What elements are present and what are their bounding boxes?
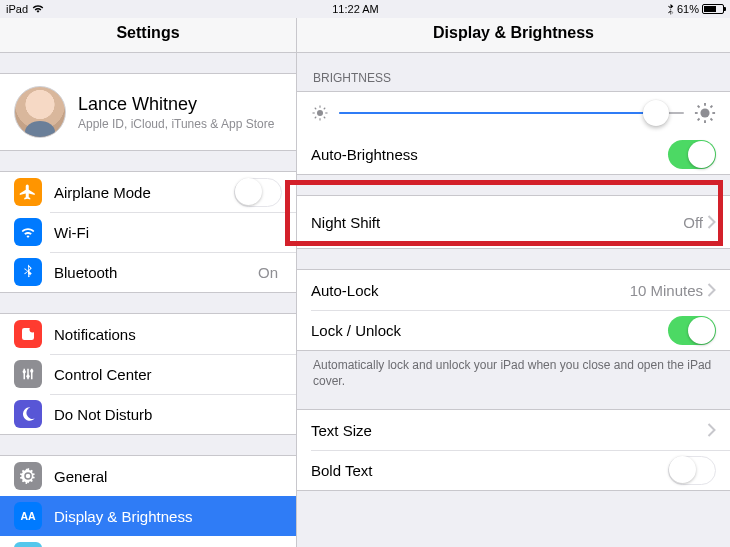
display-label: Display & Brightness xyxy=(54,508,282,525)
auto-lock-cell[interactable]: Auto-Lock 10 Minutes xyxy=(297,270,730,310)
airplane-label: Airplane Mode xyxy=(54,184,234,201)
general-label: General xyxy=(54,468,282,485)
device-label: iPad xyxy=(6,3,28,15)
svg-point-3 xyxy=(26,375,29,378)
bold-text-cell[interactable]: Bold Text xyxy=(297,450,730,490)
general-icon xyxy=(14,462,42,490)
battery-icon xyxy=(702,4,724,14)
bluetooth-label: Bluetooth xyxy=(54,264,258,281)
night-shift-label: Night Shift xyxy=(311,214,683,231)
brightness-slider-row xyxy=(297,92,730,134)
svg-point-5 xyxy=(26,474,31,479)
status-bar: iPad 11:22 AM 61% xyxy=(0,0,730,18)
lock-unlock-toggle[interactable] xyxy=(668,316,716,345)
svg-line-16 xyxy=(315,117,317,119)
sidebar-item-display-brightness[interactable]: AA Display & Brightness xyxy=(0,496,296,536)
sidebar-item-wifi[interactable]: Wi-Fi xyxy=(0,212,296,252)
text-size-cell[interactable]: Text Size xyxy=(297,410,730,450)
svg-point-18 xyxy=(700,108,709,117)
airplane-icon xyxy=(14,178,42,206)
detail-title: Display & Brightness xyxy=(297,18,730,53)
chevron-right-icon xyxy=(707,423,716,437)
auto-lock-label: Auto-Lock xyxy=(311,282,630,299)
apple-id-cell[interactable]: Lance Whitney Apple ID, iCloud, iTunes &… xyxy=(0,73,296,151)
wifi-label: Wi-Fi xyxy=(54,224,282,241)
auto-brightness-toggle[interactable] xyxy=(668,140,716,169)
lock-unlock-cell[interactable]: Lock / Unlock xyxy=(297,310,730,350)
svg-line-26 xyxy=(711,106,713,108)
sidebar-item-notifications[interactable]: Notifications xyxy=(0,314,296,354)
auto-brightness-label: Auto-Brightness xyxy=(311,146,668,163)
bluetooth-icon xyxy=(14,258,42,286)
svg-line-24 xyxy=(711,119,713,121)
chevron-right-icon xyxy=(707,215,716,229)
night-shift-detail: Off xyxy=(683,214,703,231)
svg-line-23 xyxy=(698,106,700,108)
notifications-icon xyxy=(14,320,42,348)
profile-sub: Apple ID, iCloud, iTunes & App Store xyxy=(78,117,274,131)
lock-footer: Automatically lock and unlock your iPad … xyxy=(297,351,730,395)
svg-line-17 xyxy=(324,108,326,110)
svg-line-15 xyxy=(324,117,326,119)
svg-point-2 xyxy=(23,370,26,373)
text-size-label: Text Size xyxy=(311,422,707,439)
auto-brightness-cell[interactable]: Auto-Brightness xyxy=(297,134,730,174)
clock: 11:22 AM xyxy=(44,3,667,15)
night-shift-cell[interactable]: Night Shift Off xyxy=(297,196,730,248)
brightness-header: BRIGHTNESS xyxy=(297,53,730,91)
svg-line-25 xyxy=(698,119,700,121)
dnd-icon xyxy=(14,400,42,428)
airplane-toggle[interactable] xyxy=(234,178,282,207)
settings-title: Settings xyxy=(0,18,296,53)
sidebar-item-general[interactable]: General xyxy=(0,456,296,496)
battery-percent: 61% xyxy=(677,3,699,15)
sidebar-item-dnd[interactable]: Do Not Disturb xyxy=(0,394,296,434)
control-center-icon xyxy=(14,360,42,388)
sidebar-item-wallpaper[interactable]: Wallpaper xyxy=(0,536,296,547)
sun-small-icon xyxy=(311,104,329,122)
svg-text:AA: AA xyxy=(20,510,36,522)
bold-text-label: Bold Text xyxy=(311,462,668,479)
bluetooth-status-icon xyxy=(667,4,674,15)
sun-large-icon xyxy=(694,102,716,124)
sidebar-item-bluetooth[interactable]: Bluetooth On xyxy=(0,252,296,292)
svg-line-14 xyxy=(315,108,317,110)
sidebar-item-control-center[interactable]: Control Center xyxy=(0,354,296,394)
wallpaper-icon xyxy=(14,542,42,547)
control-center-label: Control Center xyxy=(54,366,282,383)
chevron-right-icon xyxy=(707,283,716,297)
notifications-label: Notifications xyxy=(54,326,282,343)
sidebar-item-airplane[interactable]: Airplane Mode xyxy=(0,172,296,212)
dnd-label: Do Not Disturb xyxy=(54,406,282,423)
lock-unlock-label: Lock / Unlock xyxy=(311,322,668,339)
avatar xyxy=(14,86,66,138)
svg-point-4 xyxy=(30,369,33,372)
wifi-icon xyxy=(14,218,42,246)
bold-text-toggle[interactable] xyxy=(668,456,716,485)
bluetooth-detail: On xyxy=(258,264,278,281)
profile-name: Lance Whitney xyxy=(78,94,274,115)
auto-lock-detail: 10 Minutes xyxy=(630,282,703,299)
svg-point-9 xyxy=(317,110,323,116)
brightness-slider[interactable] xyxy=(339,112,684,114)
display-icon: AA xyxy=(14,502,42,530)
wifi-status-icon xyxy=(32,4,44,14)
svg-point-1 xyxy=(30,327,36,333)
